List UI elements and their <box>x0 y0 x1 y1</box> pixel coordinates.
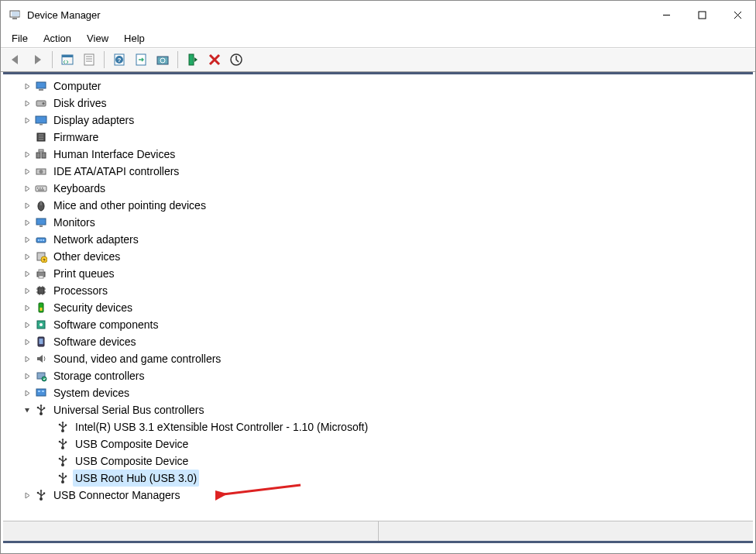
svg-rect-69 <box>40 339 43 344</box>
back-button[interactable] <box>5 50 26 70</box>
scan-hardware-button[interactable] <box>226 50 246 70</box>
expander-closed-icon[interactable] <box>22 98 33 108</box>
minimize-button[interactable] <box>648 1 684 29</box>
svg-text:?: ? <box>118 57 122 64</box>
svg-rect-86 <box>65 425 67 426</box>
svg-rect-65 <box>40 308 43 311</box>
expander-closed-icon[interactable] <box>22 302 33 313</box>
tree-node[interactable]: Firmware <box>3 129 753 146</box>
svg-rect-80 <box>43 408 45 409</box>
tree-node-label: Processors <box>51 282 110 299</box>
show-hide-tree-button[interactable] <box>57 50 77 70</box>
tree-node[interactable]: Processors <box>3 282 753 299</box>
swdev-icon <box>34 335 48 349</box>
tree-node[interactable]: System devices <box>3 384 753 401</box>
svg-rect-72 <box>36 389 46 396</box>
menu-file[interactable]: File <box>12 33 28 44</box>
svg-rect-22 <box>39 89 43 91</box>
system-icon <box>34 386 48 400</box>
tree-node[interactable]: USB Root Hub (USB 3.0) <box>3 470 753 487</box>
tree-node[interactable]: Intel(R) USB 3.1 eXtensible Host Control… <box>3 418 753 435</box>
help-button[interactable]: ? <box>109 50 129 70</box>
usb-icon <box>56 437 70 451</box>
svg-point-35 <box>40 170 43 174</box>
expander-closed-icon[interactable] <box>22 336 33 347</box>
tree-node[interactable]: Disk drives <box>3 95 753 112</box>
expander-closed-icon[interactable] <box>22 319 33 330</box>
expander-closed-icon[interactable] <box>22 353 33 364</box>
expander-closed-icon[interactable] <box>22 268 33 279</box>
tree-node[interactable]: USB Composite Device <box>3 452 753 470</box>
tree-node[interactable]: Mice and other pointing devices <box>3 197 753 214</box>
expander-closed-icon[interactable] <box>22 387 33 398</box>
svg-rect-47 <box>40 239 42 241</box>
tree-node[interactable]: IDE ATA/ATAPI controllers <box>3 163 753 180</box>
menu-help[interactable]: Help <box>124 33 145 44</box>
tree-node[interactable]: Network adapters <box>3 231 753 248</box>
expander-closed-icon[interactable] <box>22 370 33 381</box>
svg-rect-40 <box>38 190 44 191</box>
tree-node-label: Intel(R) USB 3.1 eXtensible Host Control… <box>73 418 370 435</box>
svg-point-24 <box>43 102 45 105</box>
expander-closed-icon[interactable] <box>22 217 33 228</box>
tree-node[interactable]: Universal Serial Bus controllers <box>3 401 753 418</box>
tree-node-label: Software devices <box>51 333 139 350</box>
svg-point-96 <box>59 458 61 460</box>
forward-button[interactable] <box>27 50 47 70</box>
tree-node-label: USB Composite Device <box>73 435 191 452</box>
close-button[interactable] <box>720 1 755 29</box>
maximize-button[interactable] <box>684 1 720 29</box>
tree-node[interactable]: USB Connector Managers <box>3 487 753 504</box>
keyboard-icon <box>34 181 48 195</box>
uninstall-button[interactable] <box>204 50 225 70</box>
toolbar-separator <box>52 51 53 68</box>
expander-open-icon[interactable] <box>22 404 33 415</box>
expander-closed-icon[interactable] <box>22 234 33 245</box>
expander-closed-icon[interactable] <box>22 251 33 262</box>
tree-node[interactable]: Human Interface Devices <box>3 146 753 163</box>
sound-icon <box>34 352 48 366</box>
expander-closed-icon[interactable] <box>22 166 33 177</box>
tree-node-label: System devices <box>51 384 132 401</box>
update-driver-button[interactable] <box>153 50 173 70</box>
tree-node[interactable]: Storage controllers <box>3 367 753 384</box>
tree-node[interactable]: Keyboards <box>3 180 753 197</box>
tree-node-label: USB Root Hub (USB 3.0) <box>73 470 199 487</box>
properties-button[interactable] <box>79 50 99 70</box>
tree-node[interactable]: Software components <box>3 316 753 333</box>
tree-node[interactable]: Software devices <box>3 333 753 350</box>
svg-rect-92 <box>65 442 67 443</box>
tree-node[interactable]: Security devices <box>3 299 753 316</box>
firmware-icon <box>34 130 48 144</box>
tree-node-label: Human Interface Devices <box>51 146 177 163</box>
tree-node[interactable]: USB Composite Device <box>3 435 753 452</box>
tree-scroll-area[interactable]: ComputerDisk drivesDisplay adaptersFirmw… <box>3 74 753 518</box>
usb-icon <box>56 420 70 434</box>
tree-node[interactable]: Sound, video and game controllers <box>3 350 753 367</box>
expander-none <box>22 132 33 143</box>
svg-point-102 <box>59 475 61 477</box>
enable-button[interactable] <box>183 50 203 70</box>
expander-closed-icon[interactable] <box>22 183 33 194</box>
tree-node[interactable]: Print queues <box>3 265 753 282</box>
tree-node[interactable]: ?Other devices <box>3 248 753 265</box>
cpu-icon <box>34 284 48 298</box>
scan-button[interactable] <box>131 50 151 70</box>
other-icon: ? <box>34 249 48 263</box>
tree-node[interactable]: Display adapters <box>3 112 753 129</box>
menu-action[interactable]: Action <box>43 33 71 44</box>
tree-node[interactable]: Monitors <box>3 214 753 231</box>
expander-closed-icon[interactable] <box>22 115 33 126</box>
svg-rect-39 <box>42 188 43 189</box>
tree-node-label: Sound, video and game controllers <box>51 350 223 367</box>
expander-closed-icon[interactable] <box>22 81 33 91</box>
svg-point-67 <box>40 323 43 326</box>
expander-closed-icon[interactable] <box>22 490 33 501</box>
tree-node-label: Firmware <box>51 129 101 146</box>
expander-closed-icon[interactable] <box>22 200 33 211</box>
menu-view[interactable]: View <box>87 33 108 44</box>
expander-closed-icon[interactable] <box>22 149 33 160</box>
expander-closed-icon[interactable] <box>22 285 33 296</box>
tree-node[interactable]: Computer <box>3 77 753 95</box>
security-icon <box>34 301 48 315</box>
